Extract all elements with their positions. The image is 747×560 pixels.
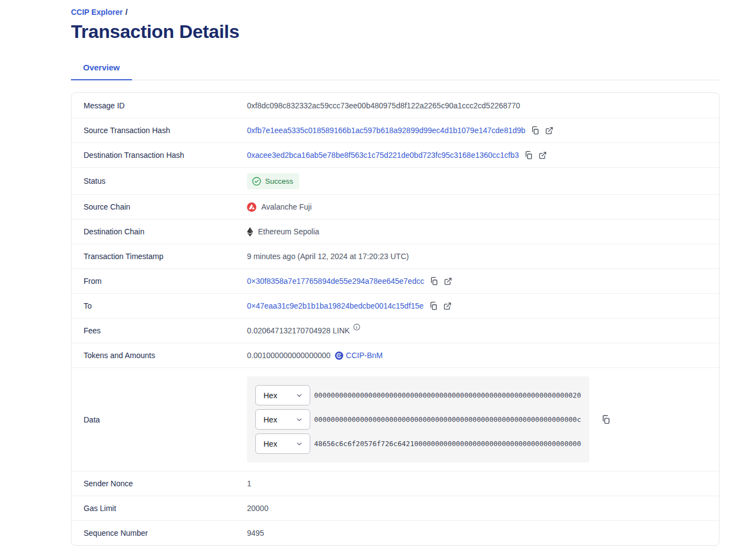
copy-icon[interactable] <box>531 126 540 135</box>
breadcrumb-separator: / <box>125 8 128 17</box>
data-line: Hex 000000000000000000000000000000000000… <box>255 385 581 405</box>
hex-data-line: 0000000000000000000000000000000000000000… <box>314 391 581 399</box>
transaction-details-page: CCIP Explorer/ Transaction Details Overv… <box>71 0 719 546</box>
transaction-details-card: Message ID 0xf8dc098c832332ac59ccc73ee00… <box>71 92 719 546</box>
tab-overview[interactable]: Overview <box>71 63 132 80</box>
row-dest-tx-hash: Destination Transaction Hash 0xacee3ed2b… <box>72 142 719 167</box>
page-title: Transaction Details <box>71 21 719 42</box>
info-icon[interactable] <box>353 323 360 332</box>
row-source-chain: Source Chain Avalanche Fuji <box>72 194 719 219</box>
external-link-icon[interactable] <box>443 302 452 310</box>
hex-format-select[interactable]: Hex <box>255 433 310 454</box>
row-fees: Fees 0.020647132170704928 LINK <box>72 318 719 343</box>
ccip-bnm-token-icon <box>335 352 343 360</box>
external-link-icon[interactable] <box>545 127 553 135</box>
source-tx-hash-link[interactable]: 0xfb7e1eea5335c018589166b1ac597b618a9289… <box>247 126 525 135</box>
source-chain-name: Avalanche Fuji <box>261 202 312 211</box>
hex-data-line: 0000000000000000000000000000000000000000… <box>314 415 581 424</box>
token-link[interactable]: CCIP-BnM <box>335 351 383 360</box>
external-link-icon[interactable] <box>539 151 547 160</box>
row-to: To 0×47eaa31c9e2b1b1ba19824bedcbe0014c15… <box>72 293 719 318</box>
row-from: From 0×30f8358a7e17765894de55e294a78ee64… <box>72 268 719 293</box>
chevron-down-icon <box>295 416 303 424</box>
fees-label: Fees <box>84 326 247 335</box>
row-gas-limit: Gas Limit 20000 <box>72 496 719 520</box>
dest-chain-label: Destination Chain <box>84 227 247 236</box>
from-address-link[interactable]: 0×30f8358a7e17765894de55e294a78ee645e7ed… <box>247 277 424 286</box>
hex-data-line: 48656c6c6f20576f726c64210000000000000000… <box>314 440 581 448</box>
row-dest-chain: Destination Chain Ethereum Sepolia <box>72 219 719 244</box>
copy-icon[interactable] <box>601 415 611 424</box>
source-tx-hash-label: Source Transaction Hash <box>84 126 247 135</box>
message-id-label: Message ID <box>84 101 247 110</box>
sequence-number-value: 9495 <box>247 529 264 537</box>
row-sequence-number: Sequence Number 9495 <box>72 520 719 545</box>
data-line: Hex 48656c6c6f20576f726c6421000000000000… <box>255 433 581 454</box>
status-badge-text: Success <box>265 177 293 185</box>
breadcrumb: CCIP Explorer/ <box>71 8 719 17</box>
token-amount: 0.001000000000000000 <box>247 351 331 360</box>
hex-select-value: Hex <box>263 415 277 424</box>
avalanche-icon <box>247 202 256 212</box>
external-link-icon[interactable] <box>444 277 452 286</box>
row-data: Data Hex 0000000000000000000000000000000… <box>72 367 719 471</box>
data-label: Data <box>84 415 247 424</box>
timestamp-label: Transaction Timestamp <box>84 252 247 261</box>
to-address-link[interactable]: 0×47eaa31c9e2b1b1ba19824bedcbe0014c15df1… <box>247 301 424 310</box>
dest-tx-hash-label: Destination Transaction Hash <box>84 151 247 160</box>
sender-nonce-label: Sender Nonce <box>84 479 247 488</box>
copy-icon[interactable] <box>429 301 438 310</box>
hex-select-value: Hex <box>263 440 277 448</box>
timestamp-value: 9 minutes ago (April 12, 2024 at 17:20:2… <box>247 252 409 261</box>
gas-limit-label: Gas Limit <box>84 504 247 513</box>
sequence-number-label: Sequence Number <box>84 529 247 537</box>
success-check-icon <box>252 177 261 186</box>
ethereum-icon <box>247 227 253 237</box>
status-label: Status <box>84 177 247 185</box>
dest-tx-hash-link[interactable]: 0xacee3ed2bca16ab5e78be8f563c1c75d221de0… <box>247 151 519 160</box>
row-sender-nonce: Sender Nonce 1 <box>72 471 719 496</box>
row-tokens-and-amounts: Tokens and Amounts 0.001000000000000000 … <box>72 343 719 367</box>
status-badge: Success <box>247 173 299 189</box>
dest-chain-name: Ethereum Sepolia <box>258 227 319 236</box>
gas-limit-value: 20000 <box>247 504 268 513</box>
to-label: To <box>84 301 247 310</box>
tab-bar: Overview <box>71 63 719 80</box>
hex-select-value: Hex <box>263 391 277 400</box>
breadcrumb-ccip-explorer-link[interactable]: CCIP Explorer <box>71 8 123 17</box>
data-line: Hex 000000000000000000000000000000000000… <box>255 409 581 430</box>
copy-icon[interactable] <box>430 277 438 286</box>
hex-format-select[interactable]: Hex <box>255 409 310 430</box>
from-label: From <box>84 277 247 286</box>
row-message-id: Message ID 0xf8dc098c832332ac59ccc73ee00… <box>72 93 719 118</box>
copy-icon[interactable] <box>524 151 533 160</box>
hex-format-select[interactable]: Hex <box>255 385 310 405</box>
token-name: CCIP-BnM <box>346 351 383 360</box>
chevron-down-icon <box>295 440 303 448</box>
source-chain-label: Source Chain <box>84 202 247 211</box>
fees-value: 0.020647132170704928 LINK <box>247 326 350 335</box>
chevron-down-icon <box>295 392 303 399</box>
row-status: Status Success <box>72 167 719 194</box>
message-id-value: 0xf8dc098c832332ac59ccc73ee00b480975d8f1… <box>247 101 520 110</box>
sender-nonce-value: 1 <box>247 479 251 488</box>
row-timestamp: Transaction Timestamp 9 minutes ago (Apr… <box>72 244 719 268</box>
tokens-label: Tokens and Amounts <box>84 351 247 360</box>
data-hex-panel: Hex 000000000000000000000000000000000000… <box>247 376 589 463</box>
row-source-tx-hash: Source Transaction Hash 0xfb7e1eea5335c0… <box>72 118 719 142</box>
